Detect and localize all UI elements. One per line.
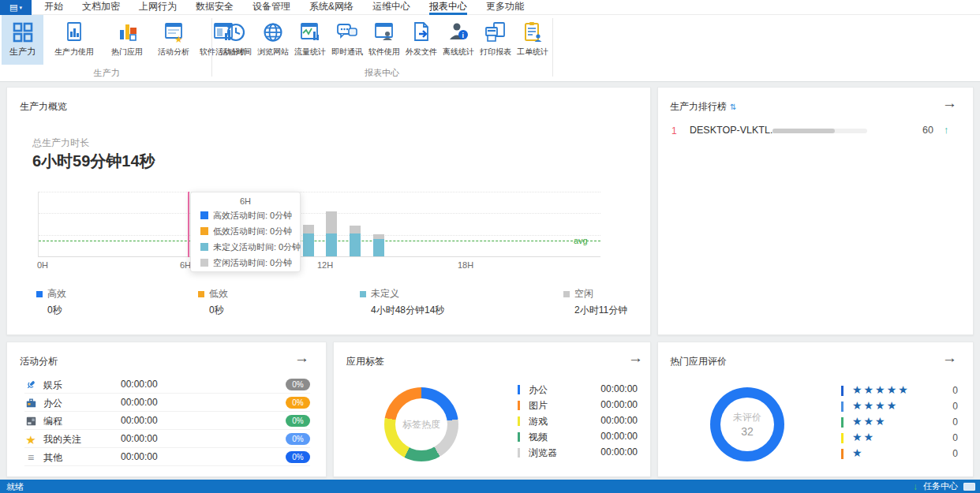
efficient-swatch [200,211,208,219]
hour-bar[interactable] [326,211,337,256]
ribbon-item-productivity[interactable]: 生产力 [2,15,43,65]
ribbon-item-instant-messaging[interactable]: 即时通讯 [329,15,365,65]
productivity-hour-chart[interactable]: 0H 6H 12H 18H [38,192,600,257]
ribbon-item-software-usage[interactable]: 软件使用 [366,15,402,65]
ribbon-item-activity-time[interactable]: 活动时间 [218,15,254,65]
tooltip-title: 6H [200,196,290,206]
app-logo-icon: ▤ [9,3,17,12]
ribbon-item-productivity-usage[interactable]: 生产力使用 [46,15,103,65]
ribbon-item-activity-analysis[interactable]: ★ 活动分析 [151,15,196,65]
ribbon-group-divider [552,18,553,77]
total-productivity-value: 6小时59分钟14秒 [32,151,155,172]
menu-item-more[interactable]: 更多功能 [486,0,524,15]
briefcase-icon [24,397,37,409]
menu-item-device-mgmt[interactable]: 设备管理 [252,0,290,15]
grid-icon [13,22,33,43]
keyboard-icon [24,415,37,428]
tag-legend-browser[interactable]: 浏览器00:00:00 [518,445,638,461]
ribbon-item-browse-websites[interactable]: 浏览网站 [255,15,291,65]
activity-row-other[interactable]: ≡ 其他 00:00:00 0% [24,448,310,466]
rating-row-2-stars[interactable]: ★★0 [841,431,958,446]
traffic-chart-icon [298,21,322,44]
chevron-down-icon: ▾ [19,5,22,10]
status-text: 就绪 [6,481,24,493]
inefficient-swatch [200,227,208,235]
hover-indicator-line [188,192,189,257]
menu-bar: ▤ ▾ 开始 文档加密 上网行为 数据安全 设备管理 系统&网络 运维中心 报表… [0,0,980,15]
rating-row-4-stars[interactable]: ★★★★0 [841,399,958,415]
open-detail-arrow-icon[interactable]: → [942,350,957,365]
ribbon-item-ticket-stats[interactable]: 工单统计 [514,15,551,65]
hour-bar[interactable] [373,234,384,256]
sort-icon[interactable]: ⇅ [730,103,736,111]
menu-lines-icon: ≡ [24,451,37,464]
tag-legend-video[interactable]: 视频00:00:00 [518,429,638,445]
hour-bar[interactable] [303,225,314,256]
rating-row-3-stars[interactable]: ★★★0 [841,415,958,431]
tag-heat-donut-chart[interactable]: 标签热度 [384,387,458,461]
ribbon-item-outgoing-files[interactable]: 外发文件 [403,15,440,65]
computer-name: DESKTOP-VLKTL... [690,125,778,136]
ribbon-item-print-reports[interactable]: 打印报表 [477,15,514,65]
printer-icon [484,21,507,44]
microphone-icon [24,379,37,391]
activity-row-office[interactable]: 办公 00:00:00 0% [24,394,310,412]
open-detail-arrow-icon[interactable]: → [628,350,643,365]
rating-row-1-star[interactable]: ★0 [841,446,958,462]
undefined-swatch [200,243,208,251]
percent-badge: 0% [286,433,310,445]
star-icons: ★★ [852,431,875,443]
x-tick: 12H [317,260,333,270]
hour-bar[interactable] [350,226,361,256]
star-icons: ★★★ [852,415,887,428]
activity-row-my-focus[interactable]: ★ 我的关注 00:00:00 0% [24,430,310,448]
menu-item-report-center[interactable]: 报表中心 [429,0,467,15]
percent-badge: 0% [286,379,310,390]
doc-star-icon: ★ [162,21,185,44]
svg-text:i: i [462,32,465,39]
window-user-icon [372,21,396,44]
open-detail-arrow-icon[interactable]: → [294,350,309,365]
clipboard-user-icon [521,21,544,44]
doc-chart-icon [62,21,86,44]
menu-item-start[interactable]: 开始 [44,0,63,15]
productivity-overview-panel: 生产力概览 总生产力时长 6小时59分钟14秒 0H 6H 12H 18H av… [6,87,651,335]
ribbon-item-hot-apps[interactable]: 热门应用 [105,15,149,65]
bars-icon [115,21,139,44]
menu-item-web-behavior[interactable]: 上网行为 [139,0,177,15]
panel-title: 生产力排行榜⇅ [670,100,736,114]
ranking-row[interactable]: 1 DESKTOP-VLKTL... 60 ↑ [658,124,973,140]
tag-legend-images[interactable]: 图片00:00:00 [518,398,638,413]
panel-title: 热门应用评价 [670,355,727,368]
monitor-icon [963,483,975,491]
app-menu-button[interactable]: ▤ ▾ [0,0,32,15]
score-bar [772,129,867,133]
activity-row-programming[interactable]: 编程 00:00:00 0% [24,412,310,430]
tag-legend-office[interactable]: 办公00:00:00 [518,382,638,398]
open-detail-arrow-icon[interactable]: → [942,95,957,110]
menu-item-doc-encrypt[interactable]: 文档加密 [82,0,120,15]
percent-badge: 0% [286,451,310,463]
gridline [39,192,600,192]
menu-item-data-security[interactable]: 数据安全 [196,0,234,15]
clock-icon [224,21,248,44]
trend-up-icon: ↑ [944,124,949,136]
ribbon-group-label-productivity: 生产力 [2,67,211,79]
menu-item-system-network[interactable]: 系统&网络 [309,0,353,15]
average-line [39,241,600,241]
rating-donut-chart[interactable]: 未评价 32 [710,387,784,461]
average-label: avg [574,236,588,245]
rank-number: 1 [671,125,677,136]
task-center-button[interactable]: ↓ 任务中心 [913,480,975,493]
gridline [39,235,600,236]
activity-row-entertainment[interactable]: 娱乐 00:00:00 0% [24,375,310,394]
ribbon-item-traffic-stats[interactable]: 流量统计 [292,15,328,65]
idle-swatch [200,259,208,267]
app-tags-panel: 应用标签 → 标签热度 办公00:00:00 图片00:00:00 游戏00:0… [333,342,651,477]
ribbon-item-offline-stats[interactable]: i 离线统计 [440,15,477,65]
rating-row-5-stars[interactable]: ★★★★★0 [841,383,958,399]
ribbon-toolbar: 生产力 生产力使用 热门应用 ★ 活动分析 软件活动分析 活动时间 浏览网站 [0,15,980,82]
star-icons: ★★★★★ [852,383,910,396]
tag-legend-games[interactable]: 游戏00:00:00 [518,413,638,429]
menu-item-ops-center[interactable]: 运维中心 [372,0,410,15]
